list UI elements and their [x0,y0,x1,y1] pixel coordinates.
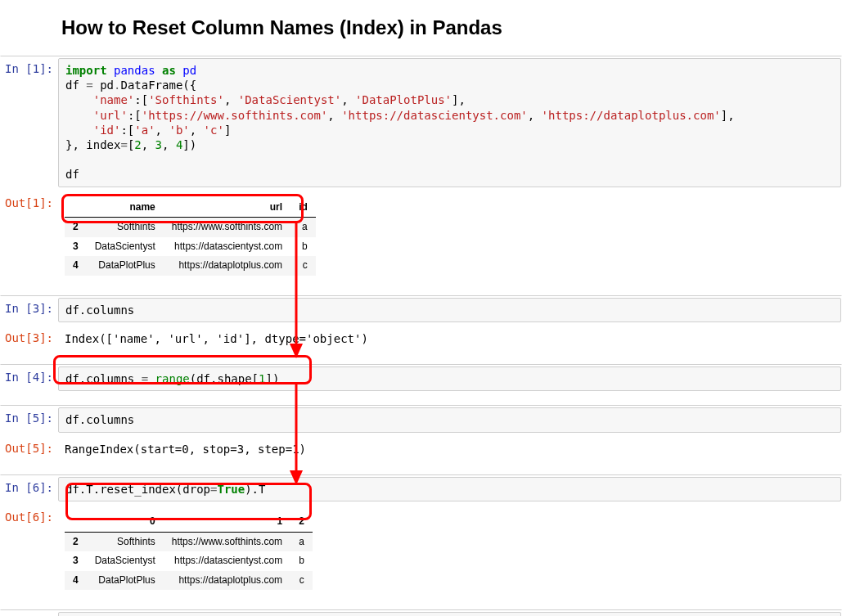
cell-in-6: In [6]: df.T.reset_index(drop=True).T [0,474,842,504]
cell-in-4: In [4]: df.columns = range(df.shape[1]) [0,364,842,393]
table-row: 2Softhintshttps://www.softhints.coma [65,532,313,551]
prompt-in-3: In [3]: [1,298,58,315]
cell-in-1: In [1]: import pandas as pd df = pd.Data… [0,56,842,190]
code-input-3[interactable]: df.columns [58,298,841,322]
table-row: 3DataScientysthttps://datascientyst.comb [65,551,313,571]
output-3: Index(['name', 'url', 'id'], dtype='obje… [58,327,841,350]
page-title: How to Reset Column Names (Index) in Pan… [0,0,842,56]
table-row: 4DataPlotPlushttps://dataplotplus.comc [65,256,316,276]
cell-in-5: In [5]: df.columns [0,405,842,434]
table-row: 2Softhintshttps://www.softhints.coma [65,218,316,237]
prompt-out-5: Out[5]: [1,438,58,455]
cell-out-6: Out[6]: 0 1 2 2Softhintshttps://www.soft… [0,504,842,598]
output-1: name url id 2Softhintshttps://www.softhi… [58,192,841,281]
dataframe-1: name url id 2Softhintshttps://www.softhi… [65,198,316,276]
cell-out-3: Out[3]: Index(['name', 'url', 'id'], dty… [0,325,842,353]
prompt-in-6: In [6]: [1,477,58,494]
dataframe-2: 0 1 2 2Softhintshttps://www.softhints.co… [65,512,313,590]
prompt-in-1: In [1]: [1,58,58,75]
cell-in-3: In [3]: df.columns [0,295,842,325]
cell-out-5: Out[5]: RangeIndex(start=0, stop=3, step… [0,435,842,463]
table-header-0: 0 [87,512,164,532]
cell-in-7: In [7]: df.columns [0,609,842,616]
table-row: 3DataScientysthttps://datascientyst.comb [65,237,316,257]
prompt-in-5: In [5]: [1,407,58,425]
table-header [65,198,87,218]
code-input-5[interactable]: df.columns [58,407,841,432]
table-row: 4DataPlotPlushttps://dataplotplus.comc [65,571,313,591]
code-input-6[interactable]: df.T.reset_index(drop=True).T [58,477,841,501]
code-input-1[interactable]: import pandas as pd df = pd.DataFrame({ … [58,58,841,187]
table-header-url: url [164,198,290,218]
prompt-out-3: Out[3]: [1,327,58,344]
table-header [65,512,87,532]
prompt-in-4: In [4]: [1,366,58,384]
table-header-name: name [87,198,164,218]
code-input-7[interactable]: df.columns [58,612,841,616]
cell-out-1: Out[1]: name url id 2Softhintshttps://ww… [0,190,842,284]
code-input-4[interactable]: df.columns = range(df.shape[1]) [58,366,841,391]
prompt-in-7: In [7]: [1,612,58,616]
prompt-out-1: Out[1]: [1,192,58,209]
prompt-out-6: Out[6]: [1,506,58,524]
output-6: 0 1 2 2Softhintshttps://www.softhints.co… [58,506,841,596]
output-5: RangeIndex(start=0, stop=3, step=1) [58,438,841,461]
table-header-2: 2 [290,512,313,532]
table-header-1: 1 [164,512,290,532]
table-header-id: id [290,198,316,218]
